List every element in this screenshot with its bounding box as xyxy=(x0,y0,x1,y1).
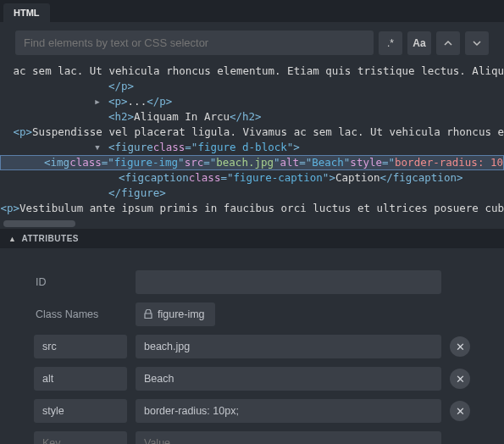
attr-row: ✕ xyxy=(34,399,470,423)
search-regex-toggle[interactable]: .* xyxy=(379,31,402,55)
attr-row: ✕ xyxy=(34,367,470,391)
expand-icon[interactable]: ▶ xyxy=(91,94,103,109)
tree-row[interactable]: </figure> xyxy=(0,186,504,201)
search-next-button[interactable] xyxy=(465,31,489,55)
tree-row[interactable]: <p>Vestibulum ante ipsum primis in fauci… xyxy=(0,201,504,216)
tree-row[interactable]: <p>Suspendisse vel placerat ligula. Viva… xyxy=(0,125,504,140)
collapse-icon: ▲ xyxy=(8,235,16,243)
attr-row-id: ID xyxy=(34,270,470,294)
remove-attr-button[interactable]: ✕ xyxy=(450,369,470,389)
tab-html[interactable]: HTML xyxy=(3,3,50,22)
close-icon: ✕ xyxy=(456,373,465,386)
tree-row[interactable]: </p> xyxy=(0,79,504,94)
attr-label-class: Class Names xyxy=(34,302,127,326)
tree-row[interactable]: ▼<figure class="figure d-block"> xyxy=(0,140,504,155)
scrollbar-thumb[interactable] xyxy=(3,220,75,227)
remove-attr-button[interactable]: ✕ xyxy=(450,401,470,421)
section-title: ATTRIBUTES xyxy=(21,234,79,243)
search-input[interactable] xyxy=(15,31,374,55)
tree-row[interactable]: ▶<p>...</p> xyxy=(0,94,504,109)
attr-row: ✕ xyxy=(34,335,470,358)
attr-key-input[interactable] xyxy=(34,367,127,391)
chevron-up-icon xyxy=(444,39,452,47)
tree-row[interactable]: ac sem lac. Ut vehicula rhoncus elementu… xyxy=(0,64,504,79)
new-attr-value-input[interactable] xyxy=(144,437,433,444)
attr-value-class[interactable]: figure-img xyxy=(136,302,215,326)
attributes-panel: ID Class Names figure-img ✕ ✕ ✕ xyxy=(0,248,504,444)
attr-value-input[interactable] xyxy=(144,341,433,352)
tree-row[interactable]: <figcaption class="figure-caption">Capti… xyxy=(0,170,504,186)
dom-tree[interactable]: ac sem lac. Ut vehicula rhoncus elementu… xyxy=(0,64,504,220)
attr-row-class: Class Names figure-img xyxy=(34,302,470,326)
chevron-down-icon xyxy=(473,39,481,47)
search-prev-button[interactable] xyxy=(436,31,460,55)
close-icon: ✕ xyxy=(456,341,465,353)
attr-row-new xyxy=(34,431,470,444)
class-name-value: figure-img xyxy=(158,308,205,320)
search-case-toggle[interactable]: Aa xyxy=(407,31,431,55)
attributes-section-header[interactable]: ▲ ATTRIBUTES xyxy=(0,229,504,248)
collapse-icon[interactable]: ▼ xyxy=(91,140,103,155)
id-field[interactable] xyxy=(144,276,433,288)
close-icon: ✕ xyxy=(456,405,465,418)
remove-attr-button[interactable]: ✕ xyxy=(450,336,470,357)
attr-key-input[interactable] xyxy=(34,335,127,358)
new-attr-key-input[interactable] xyxy=(34,431,127,444)
attr-key-input[interactable] xyxy=(34,399,127,423)
tree-row[interactable]: <h2>Aliquam In Arcu </h2> xyxy=(0,109,504,125)
lock-icon xyxy=(144,309,152,320)
attr-label-id: ID xyxy=(34,270,127,294)
tab-bar: HTML xyxy=(0,0,504,22)
attr-value-id[interactable] xyxy=(136,270,441,294)
horizontal-scrollbar[interactable] xyxy=(0,219,504,229)
search-bar: .* Aa xyxy=(0,22,504,64)
attr-value-input[interactable] xyxy=(144,405,433,417)
tree-row-selected[interactable]: <img class="figure-img" src="beach.jpg" … xyxy=(0,155,504,170)
attr-value-input[interactable] xyxy=(144,373,433,385)
